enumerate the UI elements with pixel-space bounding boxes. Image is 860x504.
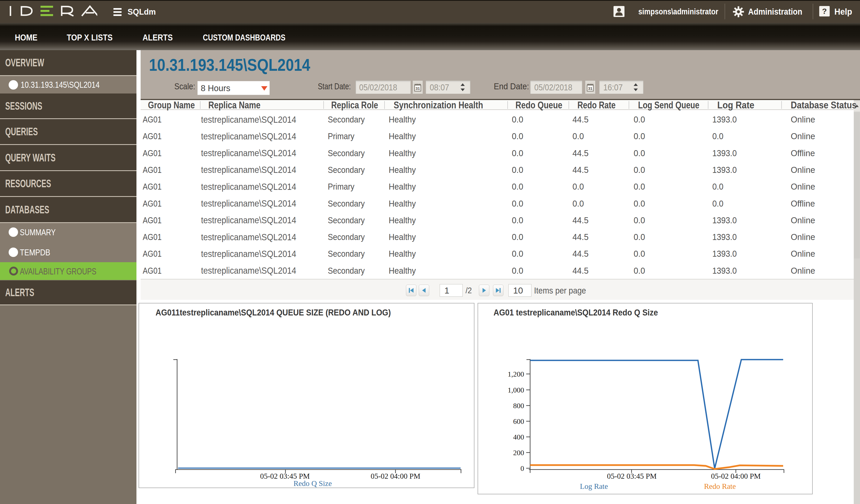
- svg-text:05-02 04:00 PM: 05-02 04:00 PM: [371, 472, 420, 480]
- svg-text:31: 31: [588, 86, 592, 91]
- svg-text:1,000: 1,000: [507, 386, 524, 394]
- svg-text:600: 600: [513, 417, 524, 425]
- svg-text:0: 0: [520, 464, 524, 472]
- svg-text:200: 200: [513, 449, 524, 457]
- svg-text:Redo Rate: Redo Rate: [704, 482, 736, 490]
- svg-text:05-02 04:00 PM: 05-02 04:00 PM: [711, 472, 761, 480]
- svg-text:800: 800: [513, 402, 524, 410]
- svg-text:Log Rate: Log Rate: [580, 482, 608, 490]
- svg-text:400: 400: [513, 433, 524, 441]
- svg-text:31: 31: [416, 86, 420, 91]
- svg-text:1,200: 1,200: [507, 370, 524, 378]
- svg-text:Redo Q Size: Redo Q Size: [293, 479, 332, 488]
- svg-text:05-02 03:45 PM: 05-02 03:45 PM: [607, 472, 657, 480]
